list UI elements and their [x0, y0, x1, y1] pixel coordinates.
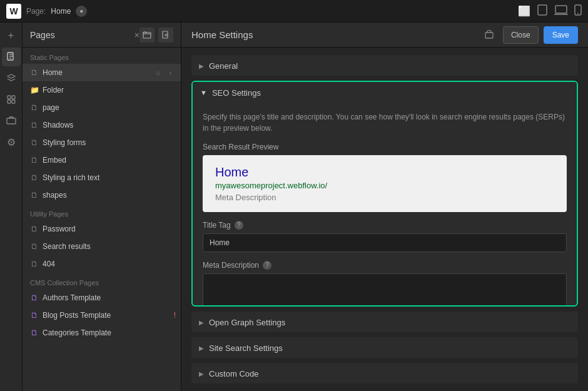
save-button[interactable]: Save — [544, 26, 578, 44]
webflow-logo: W — [6, 4, 21, 19]
page-doc-icon: 🗋 — [30, 121, 39, 129]
sidebar-item-shadows[interactable]: 🗋 Shadows — [23, 116, 181, 134]
sidebar-item-label: Home — [43, 68, 148, 77]
sidebar-item-label: Password — [43, 225, 176, 233]
add-page-button[interactable] — [158, 28, 173, 43]
sidebar-header-actions — [139, 28, 173, 43]
sidebar-item-label: Blog Posts Template — [43, 311, 169, 320]
title-tag-help[interactable]: ? — [235, 221, 243, 230]
page-name: Home — [51, 7, 71, 16]
custom-code-accordion-header[interactable]: ▶ Custom Code — [191, 363, 578, 383]
sidebar-item-blog-posts-template[interactable]: 🗋 Blog Posts Template ! — [23, 307, 181, 324]
sidebar-item-label: 404 — [43, 260, 176, 268]
laptop-view-icon[interactable] — [554, 4, 568, 18]
add-panel-button[interactable]: + — [2, 26, 21, 45]
open-graph-accordion-title: Open Graph Settings — [209, 318, 285, 327]
page-doc-icon: 🗋 — [30, 225, 39, 233]
sidebar-item-label: Embed — [43, 156, 176, 165]
svg-rect-7 — [12, 96, 15, 99]
preview-description: Meta Description — [215, 193, 554, 202]
custom-code-accordion-title: Custom Code — [209, 369, 258, 378]
pages-sidebar: Pages × Static Pages 🗋 Home ⌂ › — [23, 23, 181, 391]
sidebar-item-folder[interactable]: 📁 Folder — [23, 81, 181, 99]
site-search-accordion-title: Site Search Settings — [209, 343, 283, 353]
settings-panel-button[interactable]: ⚙ — [2, 133, 21, 151]
chevron-right-icon: ▶ — [199, 345, 204, 352]
svg-point-4 — [577, 13, 579, 14]
icon-bar: + ⚙ — [0, 23, 23, 391]
viewport-switcher: ⬜ — [518, 4, 582, 18]
sidebar-item-label: shapes — [43, 191, 176, 200]
chevron-right-icon: ▶ — [199, 319, 204, 326]
seo-section: ▼ SEO Settings Specify this page's title… — [191, 81, 578, 307]
warning-icon: ! — [174, 311, 176, 320]
chevron-right-icon[interactable]: › — [165, 67, 176, 78]
cms-pages-label: CMS Collection Pages — [23, 273, 181, 289]
sidebar-item-page[interactable]: 🗋 page — [23, 99, 181, 116]
sidebar-item-styling-rich-text[interactable]: 🗋 Styling a rich text — [23, 169, 181, 186]
components-panel-button[interactable] — [2, 90, 21, 109]
preview-url: myawesomeproject.webflow.io/ — [215, 181, 554, 190]
open-graph-accordion-header[interactable]: ▶ Open Graph Settings — [191, 312, 578, 332]
desktop-view-icon[interactable]: ⬜ — [518, 5, 530, 17]
meta-desc-help[interactable]: ? — [263, 261, 271, 270]
page-doc-icon: 🗋 — [30, 173, 39, 182]
search-result-preview-section: Search Result Preview Home myawesomeproj… — [203, 143, 567, 212]
svg-rect-8 — [8, 100, 11, 103]
site-search-accordion-header[interactable]: ▶ Site Search Settings — [191, 337, 578, 358]
home-icon: ⌂ — [152, 67, 163, 78]
sidebar-item-label: Folder — [43, 86, 176, 94]
sidebar-item-home[interactable]: 🗋 Home ⌂ › — [23, 64, 181, 81]
cms-page-icon: 🗋 — [30, 328, 39, 337]
custom-code-accordion: ▶ Custom Code — [191, 363, 578, 383]
sidebar-item-embed[interactable]: 🗋 Embed — [23, 151, 181, 169]
assets-panel-button[interactable] — [2, 111, 21, 130]
page-label: Page: — [26, 7, 46, 16]
svg-rect-10 — [7, 118, 16, 124]
page-doc-icon: 🗋 — [30, 103, 39, 112]
sidebar-item-categories-template[interactable]: 🗋 Categories Template — [23, 324, 181, 342]
utility-pages-label: Utility Pages — [23, 204, 181, 220]
tablet-view-icon[interactable] — [537, 4, 548, 18]
general-accordion-header[interactable]: ▶ General — [191, 55, 578, 76]
chevron-right-icon: ▶ — [199, 370, 204, 377]
meta-description-field: Meta Description ? — [203, 261, 567, 307]
sidebar-item-authors-template[interactable]: 🗋 Authors Template — [23, 289, 181, 307]
main-layout: + ⚙ Pages × — [0, 23, 588, 391]
pages-panel-button[interactable] — [2, 48, 21, 66]
cms-page-icon: 🗋 — [30, 311, 39, 320]
seo-body: Specify this page's title and descriptio… — [193, 104, 577, 307]
page-doc-icon: 🗋 — [30, 138, 39, 147]
sidebar-item-password[interactable]: 🗋 Password — [23, 220, 181, 238]
static-pages-label: Static Pages — [23, 48, 181, 64]
item-actions: ⌂ › — [152, 67, 176, 78]
close-button[interactable]: Close — [503, 26, 539, 44]
seo-accordion-header[interactable]: ▼ SEO Settings — [193, 82, 577, 104]
sidebar-item-shapes[interactable]: 🗋 shapes — [23, 186, 181, 204]
meta-description-textarea[interactable] — [203, 273, 567, 307]
search-result-preview: Home myawesomeproject.webflow.io/ Meta D… — [203, 155, 567, 212]
topbar: W Page: Home ● ⬜ — [0, 0, 588, 23]
folder-icon: 📁 — [30, 86, 39, 94]
page-doc-icon: 🗋 — [30, 191, 39, 200]
seo-accordion-title: SEO Settings — [212, 88, 261, 98]
sidebar-item-404[interactable]: 🗋 404 — [23, 255, 181, 273]
seo-description: Specify this page's title and descriptio… — [203, 111, 567, 134]
sidebar-item-label: Styling forms — [43, 138, 176, 147]
sidebar-item-search-results[interactable]: 🗋 Search results — [23, 238, 181, 255]
title-tag-input[interactable] — [203, 233, 567, 252]
svg-rect-9 — [12, 100, 15, 103]
share-icon[interactable] — [480, 26, 498, 44]
svg-rect-1 — [555, 6, 567, 13]
preview-title: Home — [215, 165, 554, 180]
layers-panel-button[interactable] — [2, 69, 21, 88]
mobile-view-icon[interactable] — [574, 4, 582, 18]
sidebar-item-label: Categories Template — [43, 328, 176, 337]
sidebar-item-styling-forms[interactable]: 🗋 Styling forms — [23, 134, 181, 151]
sidebar-close-icon[interactable]: × — [134, 30, 139, 40]
sidebar-title: Pages — [30, 30, 132, 40]
add-folder-button[interactable] — [139, 28, 155, 43]
cms-page-icon: 🗋 — [30, 293, 39, 302]
general-accordion-title: General — [209, 61, 238, 71]
content-title: Home Settings — [191, 29, 475, 40]
